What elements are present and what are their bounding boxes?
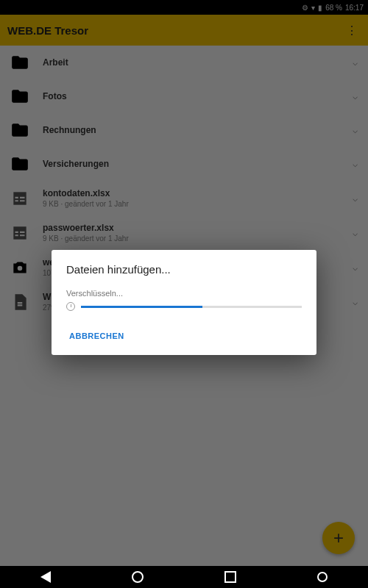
nav-back[interactable] <box>40 571 51 583</box>
nav-home[interactable] <box>132 571 144 583</box>
clock-icon <box>66 302 75 311</box>
progress-row <box>66 302 302 311</box>
add-files-dialog: Dateien hinzufügen... Verschlüsseln... A… <box>52 250 316 355</box>
modal-scrim: Dateien hinzufügen... Verschlüsseln... A… <box>0 0 368 588</box>
nav-bar <box>0 566 368 588</box>
nav-assist[interactable] <box>317 572 328 582</box>
dialog-status-text: Verschlüsseln... <box>66 289 302 298</box>
dialog-title: Dateien hinzufügen... <box>66 263 302 276</box>
nav-recent[interactable] <box>224 571 236 583</box>
progress-bar <box>81 306 302 308</box>
progress-fill <box>81 306 202 308</box>
cancel-button[interactable]: ABBRECHEN <box>66 327 127 345</box>
